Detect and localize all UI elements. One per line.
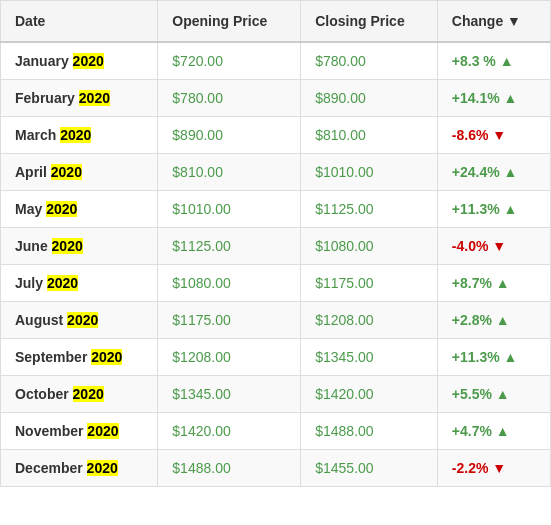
opening-price-cell: $1345.00: [158, 376, 301, 413]
change-cell: +14.1% ▲: [437, 80, 550, 117]
date-cell: September 2020: [1, 339, 158, 376]
closing-price-cell: $1175.00: [301, 265, 438, 302]
opening-price-cell: $720.00: [158, 42, 301, 80]
opening-price-cell: $1208.00: [158, 339, 301, 376]
opening-price-cell: $1420.00: [158, 413, 301, 450]
change-cell: +8.7% ▲: [437, 265, 550, 302]
arrow-down-icon: ▼: [488, 127, 506, 143]
change-cell: -2.2% ▼: [437, 450, 550, 487]
change-value: +8.7%: [452, 275, 492, 291]
arrow-up-icon: ▲: [492, 312, 510, 328]
closing-price-cell: $1488.00: [301, 413, 438, 450]
closing-price-cell: $810.00: [301, 117, 438, 154]
closing-price-cell: $1455.00: [301, 450, 438, 487]
price-table: Date Opening Price Closing Price Change …: [0, 0, 551, 487]
year-highlight: 2020: [73, 53, 104, 69]
table-row: August 2020$1175.00$1208.00+2.8% ▲: [1, 302, 551, 339]
year-highlight: 2020: [46, 201, 77, 217]
opening-price-cell: $810.00: [158, 154, 301, 191]
closing-price-cell: $780.00: [301, 42, 438, 80]
year-highlight: 2020: [87, 460, 118, 476]
opening-price-cell: $780.00: [158, 80, 301, 117]
change-value: +4.7%: [452, 423, 492, 439]
closing-price-cell: $890.00: [301, 80, 438, 117]
date-cell: June 2020: [1, 228, 158, 265]
arrow-up-icon: ▲: [492, 386, 510, 402]
closing-price-cell: $1420.00: [301, 376, 438, 413]
arrow-up-icon: ▲: [492, 423, 510, 439]
table-row: February 2020$780.00$890.00+14.1% ▲: [1, 80, 551, 117]
date-cell: December 2020: [1, 450, 158, 487]
date-cell: October 2020: [1, 376, 158, 413]
change-header: Change ▼: [437, 1, 550, 43]
change-value: +2.8%: [452, 312, 492, 328]
change-value: -4.0%: [452, 238, 489, 254]
change-cell: +2.8% ▲: [437, 302, 550, 339]
table-row: May 2020$1010.00$1125.00+11.3% ▲: [1, 191, 551, 228]
opening-price-cell: $1125.00: [158, 228, 301, 265]
closing-price-cell: $1208.00: [301, 302, 438, 339]
change-cell: +8.3 % ▲: [437, 42, 550, 80]
date-cell: May 2020: [1, 191, 158, 228]
date-cell: January 2020: [1, 42, 158, 80]
date-cell: April 2020: [1, 154, 158, 191]
year-highlight: 2020: [87, 423, 118, 439]
closing-price-cell: $1080.00: [301, 228, 438, 265]
change-value: +8.3 %: [452, 53, 496, 69]
change-cell: -8.6% ▼: [437, 117, 550, 154]
change-cell: +5.5% ▲: [437, 376, 550, 413]
date-cell: November 2020: [1, 413, 158, 450]
year-highlight: 2020: [51, 164, 82, 180]
year-highlight: 2020: [60, 127, 91, 143]
arrow-up-icon: ▲: [496, 53, 514, 69]
opening-price-cell: $1080.00: [158, 265, 301, 302]
change-value: +5.5%: [452, 386, 492, 402]
closing-price-cell: $1010.00: [301, 154, 438, 191]
closing-price-cell: $1345.00: [301, 339, 438, 376]
change-value: +11.3%: [452, 349, 500, 365]
change-value: +24.4%: [452, 164, 500, 180]
arrow-up-icon: ▲: [500, 201, 518, 217]
date-cell: August 2020: [1, 302, 158, 339]
opening-price-cell: $890.00: [158, 117, 301, 154]
date-cell: March 2020: [1, 117, 158, 154]
opening-price-header: Opening Price: [158, 1, 301, 43]
table-row: October 2020$1345.00$1420.00+5.5% ▲: [1, 376, 551, 413]
table-header-row: Date Opening Price Closing Price Change …: [1, 1, 551, 43]
change-value: -2.2%: [452, 460, 489, 476]
change-value: +11.3%: [452, 201, 500, 217]
closing-price-header: Closing Price: [301, 1, 438, 43]
change-cell: -4.0% ▼: [437, 228, 550, 265]
table-row: September 2020$1208.00$1345.00+11.3% ▲: [1, 339, 551, 376]
date-cell: February 2020: [1, 80, 158, 117]
table-row: January 2020$720.00$780.00+8.3 % ▲: [1, 42, 551, 80]
closing-price-cell: $1125.00: [301, 191, 438, 228]
table-row: November 2020$1420.00$1488.00+4.7% ▲: [1, 413, 551, 450]
table-row: March 2020$890.00$810.00-8.6% ▼: [1, 117, 551, 154]
opening-price-cell: $1175.00: [158, 302, 301, 339]
arrow-up-icon: ▲: [492, 275, 510, 291]
arrow-down-icon: ▼: [488, 460, 506, 476]
change-cell: +11.3% ▲: [437, 191, 550, 228]
table-row: July 2020$1080.00$1175.00+8.7% ▲: [1, 265, 551, 302]
change-cell: +11.3% ▲: [437, 339, 550, 376]
year-highlight: 2020: [47, 275, 78, 291]
change-value: +14.1%: [452, 90, 500, 106]
year-highlight: 2020: [52, 238, 83, 254]
change-cell: +4.7% ▲: [437, 413, 550, 450]
table-row: April 2020$810.00$1010.00+24.4% ▲: [1, 154, 551, 191]
arrow-down-icon: ▼: [488, 238, 506, 254]
opening-price-cell: $1010.00: [158, 191, 301, 228]
arrow-up-icon: ▲: [500, 164, 518, 180]
year-highlight: 2020: [73, 386, 104, 402]
change-value: -8.6%: [452, 127, 489, 143]
table-row: December 2020$1488.00$1455.00-2.2% ▼: [1, 450, 551, 487]
date-cell: July 2020: [1, 265, 158, 302]
table-row: June 2020$1125.00$1080.00-4.0% ▼: [1, 228, 551, 265]
year-highlight: 2020: [67, 312, 98, 328]
date-header: Date: [1, 1, 158, 43]
opening-price-cell: $1488.00: [158, 450, 301, 487]
year-highlight: 2020: [91, 349, 122, 365]
change-cell: +24.4% ▲: [437, 154, 550, 191]
arrow-up-icon: ▲: [500, 90, 518, 106]
